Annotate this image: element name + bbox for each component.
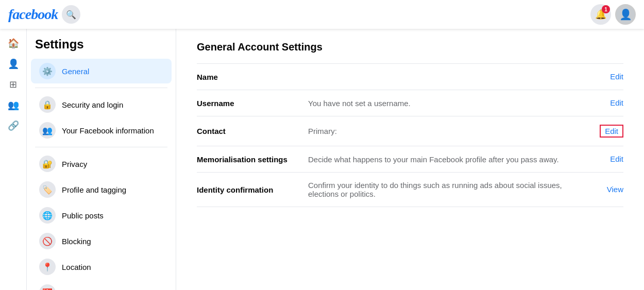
navbar: facebook 🔍 🔔 1 👤 <box>0 0 644 29</box>
sidebar-item-privacy[interactable]: 🔐 Privacy <box>31 151 172 176</box>
icons-bar-friends[interactable]: 👥 <box>4 96 23 114</box>
sidebar-label-privacy: Privacy <box>62 160 87 168</box>
user-avatar-icon: 👤 <box>619 8 632 21</box>
account-menu-button[interactable]: 👤 <box>615 4 636 25</box>
language-icon: 🅰️ <box>39 284 56 290</box>
sidebar-item-security[interactable]: 🔒 Security and login <box>31 92 172 117</box>
row-action-name: Edit <box>598 72 623 81</box>
facebook-info-icon: 👥 <box>39 122 56 139</box>
sidebar-item-general[interactable]: ⚙️ General <box>31 59 172 83</box>
sidebar-label-profile-tagging: Profile and tagging <box>62 185 126 194</box>
table-row-contact: Contact Primary: Edit <box>197 116 623 146</box>
edit-name-button[interactable]: Edit <box>610 72 623 81</box>
sidebar-item-profile-tagging[interactable]: 🏷️ Profile and tagging <box>31 177 172 202</box>
sidebar-item-facebook-info[interactable]: 👥 Your Facebook information <box>31 118 172 143</box>
sidebar-divider-1 <box>35 88 167 88</box>
row-label-username: Username <box>197 99 300 108</box>
edit-contact-button[interactable]: Edit <box>600 125 623 138</box>
icons-bar-grid[interactable]: ⊞ <box>4 75 23 94</box>
profile-tagging-icon: 🏷️ <box>39 181 56 198</box>
edit-username-button[interactable]: Edit <box>610 98 623 107</box>
sidebar-label-public-posts: Public posts <box>62 211 104 220</box>
table-row-identity: Identity confirmation Confirm your ident… <box>197 173 623 207</box>
row-action-username: Edit <box>598 98 623 108</box>
sidebar-label-general: General <box>62 67 89 76</box>
facebook-logo: facebook <box>8 6 58 23</box>
row-value-username: You have not set a username. <box>308 99 589 108</box>
search-icon: 🔍 <box>66 10 76 20</box>
row-action-contact: Edit <box>598 125 623 138</box>
icons-bar-home[interactable]: 🏠 <box>4 34 23 53</box>
table-row-username: Username You have not set a username. Ed… <box>197 90 623 116</box>
profile-icon: 👤 <box>8 58 19 70</box>
row-value-contact: Primary: <box>308 127 589 135</box>
row-value-memorialisation: Decide what happens to your main Faceboo… <box>308 155 589 164</box>
blocking-icon: 🚫 <box>39 233 56 249</box>
edit-memorialisation-button[interactable]: Edit <box>610 155 623 163</box>
content-area: General Account Settings Name Edit Usern… <box>176 29 644 290</box>
general-icon: ⚙️ <box>39 63 56 79</box>
sidebar-item-location[interactable]: 📍 Location <box>31 254 172 279</box>
row-action-identity: View <box>598 185 623 194</box>
navbar-right: 🔔 1 👤 <box>590 4 636 25</box>
icons-bar-link[interactable]: 🔗 <box>4 116 23 135</box>
grid-icon: ⊞ <box>9 79 17 90</box>
home-icon: 🏠 <box>8 38 19 49</box>
row-label-name: Name <box>197 73 300 81</box>
icons-bar: 🏠 👤 ⊞ 👥 🔗 <box>0 29 27 290</box>
sidebar-label-security: Security and login <box>62 100 123 109</box>
table-row-memorialisation: Memorialisation settings Decide what hap… <box>197 146 623 173</box>
sidebar-item-public-posts[interactable]: 🌐 Public posts <box>31 203 172 228</box>
view-identity-button[interactable]: View <box>607 185 623 194</box>
row-label-identity: Identity confirmation <box>197 185 300 194</box>
location-icon: 📍 <box>39 259 56 275</box>
table-row-name: Name Edit <box>197 64 623 90</box>
search-button[interactable]: 🔍 <box>62 5 80 24</box>
link-icon: 🔗 <box>8 120 19 131</box>
navbar-left: facebook 🔍 <box>8 5 80 24</box>
sidebar-label-blocking: Blocking <box>62 237 91 246</box>
sidebar: Settings ⚙️ General 🔒 Security and login… <box>27 29 176 290</box>
sidebar-divider-2 <box>35 147 167 147</box>
friends-icon: 👥 <box>8 99 19 111</box>
sidebar-label-language: Language and region <box>62 288 135 291</box>
security-icon: 🔒 <box>39 96 56 113</box>
sidebar-item-language[interactable]: 🅰️ Language and region <box>31 280 172 290</box>
page-title: General Account Settings <box>197 41 623 53</box>
settings-table: Name Edit Username You have not set a us… <box>197 63 623 207</box>
main-layout: 🏠 👤 ⊞ 👥 🔗 Settings ⚙️ General 🔒 Security… <box>0 29 644 290</box>
icons-bar-profile[interactable]: 👤 <box>4 55 23 73</box>
public-posts-icon: 🌐 <box>39 207 56 224</box>
sidebar-label-location: Location <box>62 263 91 271</box>
row-action-memorialisation: Edit <box>598 155 623 164</box>
notification-badge: 1 <box>602 5 610 13</box>
row-label-contact: Contact <box>197 127 300 135</box>
row-label-memorialisation: Memorialisation settings <box>197 155 300 164</box>
sidebar-label-facebook-info: Your Facebook information <box>62 126 154 135</box>
notifications-button[interactable]: 🔔 1 <box>590 4 611 25</box>
sidebar-item-blocking[interactable]: 🚫 Blocking <box>31 229 172 253</box>
sidebar-title: Settings <box>27 37 176 58</box>
privacy-icon: 🔐 <box>39 156 56 172</box>
row-value-identity: Confirm your identity to do things such … <box>308 181 589 198</box>
